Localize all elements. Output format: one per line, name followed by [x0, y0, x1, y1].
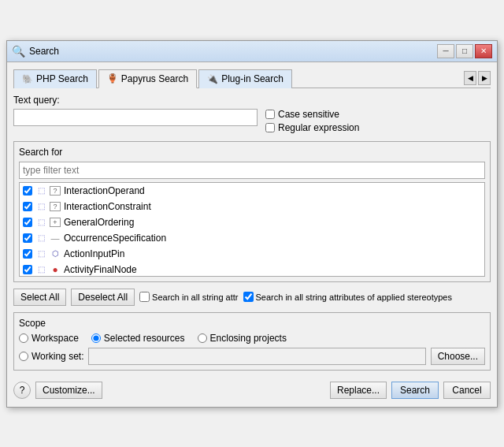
list-item: ⬚ ⬡ ActionInputPin [20, 246, 484, 262]
working-set-input[interactable] [88, 348, 425, 365]
case-sensitive-label: Case sensitive [278, 109, 339, 120]
item-icon-4: ⬚ [35, 249, 46, 258]
search-string-attr-stereo-label: Search in all string attributes of appli… [256, 292, 452, 302]
enclosing-projects-label: Enclosing projects [210, 333, 287, 344]
search-string-attr-checkbox[interactable] [139, 292, 150, 302]
search-string-attr-stereo-option[interactable]: Search in all string attributes of appli… [243, 292, 452, 302]
item-type-icon-1: ? [50, 202, 61, 211]
search-button[interactable]: Search [391, 382, 439, 399]
maximize-button[interactable]: □ [456, 44, 473, 58]
regex-checkbox[interactable] [265, 123, 275, 132]
plugin-tab-label: Plug-in Search [221, 73, 284, 84]
item-label-4: ActionInputPin [64, 248, 124, 259]
text-query-row: Case sensitive Regular expression [13, 109, 491, 133]
bottom-right: Replace... Search Cancel [330, 382, 491, 399]
window-title: Search [29, 46, 59, 57]
item-type-icon-3: — [50, 233, 61, 243]
item-label-5: ActivityFinalNode [64, 264, 137, 275]
tabs-container: 🐘 PHP Search 🏺 Papyrus Search 🔌 Plug-in … [13, 69, 294, 88]
scope-radio-row: Workspace Selected resources Enclosing p… [19, 333, 485, 344]
working-set-row: Working set: Choose... [19, 348, 485, 365]
title-controls: ─ □ ✕ [437, 44, 492, 58]
workspace-label: Workspace [32, 333, 79, 344]
selected-resources-option[interactable]: Selected resources [91, 333, 185, 344]
item-type-icon-0: ? [50, 186, 61, 196]
items-list[interactable]: ⬚ ? InteractionOperand ⬚ ? InteractionCo… [19, 182, 485, 277]
tab-plugin[interactable]: 🔌 Plug-in Search [198, 69, 292, 88]
enclosing-projects-radio[interactable] [198, 333, 207, 343]
item-checkbox-2[interactable] [23, 218, 32, 227]
deselect-all-button[interactable]: Deselect All [71, 289, 135, 306]
tab-next-button[interactable]: ▶ [478, 71, 491, 85]
close-button[interactable]: ✕ [475, 44, 492, 58]
php-tab-label: PHP Search [36, 73, 88, 84]
item-icon-5: ⬚ [35, 265, 46, 274]
text-query-section: Text query: Case sensitive Regular expre… [13, 95, 491, 133]
item-label-0: InteractionOperand [64, 185, 145, 196]
selected-resources-label: Selected resources [104, 333, 185, 344]
case-sensitive-option[interactable]: Case sensitive [265, 109, 359, 120]
search-string-attr-option[interactable]: Search in all string attr [139, 292, 238, 302]
item-label-1: InteractionConstraint [64, 201, 151, 212]
tab-prev-button[interactable]: ◀ [464, 71, 476, 85]
plugin-tab-icon: 🔌 [207, 74, 218, 84]
item-type-icon-2: + [50, 218, 61, 227]
item-icon-3: ⬚ [35, 233, 46, 242]
regex-option[interactable]: Regular expression [265, 122, 359, 133]
item-type-icon-4: ⬡ [50, 249, 61, 258]
action-buttons-row: Select All Deselect All Search in all st… [13, 289, 491, 306]
select-all-button[interactable]: Select All [13, 289, 66, 306]
working-set-radio[interactable] [19, 352, 28, 361]
item-type-icon-5: ● [50, 264, 61, 275]
tab-php[interactable]: 🐘 PHP Search [13, 69, 97, 88]
text-query-input[interactable] [13, 109, 258, 126]
customize-button[interactable]: Customize... [35, 382, 102, 399]
tab-navigation: ◀ ▶ [464, 71, 491, 85]
regex-label: Regular expression [278, 122, 359, 133]
item-checkbox-1[interactable] [23, 202, 32, 211]
options-checkboxes: Case sensitive Regular expression [265, 109, 359, 133]
minimize-button[interactable]: ─ [437, 44, 454, 58]
search-string-attr-label: Search in all string attr [152, 292, 238, 302]
item-icon-2: ⬚ [35, 218, 46, 226]
list-item: ⬚ — OccurrenceSpecification [20, 230, 484, 246]
tab-bar: 🐘 PHP Search 🏺 Papyrus Search 🔌 Plug-in … [13, 69, 491, 88]
bottom-left: ? Customize... [13, 382, 102, 399]
scope-title: Scope [19, 318, 485, 329]
item-checkbox-0[interactable] [23, 186, 32, 196]
cancel-button[interactable]: Cancel [443, 382, 491, 399]
search-string-attr-stereo-checkbox[interactable] [243, 292, 254, 302]
help-button[interactable]: ? [13, 382, 31, 399]
item-checkbox-5[interactable] [23, 265, 32, 274]
item-label-3: OccurrenceSpecification [64, 233, 166, 244]
item-label-2: GeneralOrdering [64, 217, 134, 228]
title-bar-left: 🔍 Search [12, 45, 59, 58]
window-content: 🐘 PHP Search 🏺 Papyrus Search 🔌 Plug-in … [7, 62, 497, 407]
text-query-label: Text query: [13, 95, 491, 106]
item-checkbox-4[interactable] [23, 249, 32, 259]
replace-button[interactable]: Replace... [330, 382, 387, 399]
window-icon: 🔍 [12, 45, 25, 58]
bottom-bar: ? Customize... Replace... Search Cancel [13, 378, 491, 400]
scope-section: Scope Workspace Selected resources Enclo… [13, 312, 491, 371]
choose-button[interactable]: Choose... [431, 348, 485, 365]
filter-input[interactable] [19, 162, 485, 179]
item-icon-0: ⬚ [35, 186, 46, 195]
list-item: ⬚ ● ActivityFinalNode [20, 262, 484, 277]
tab-papyrus[interactable]: 🏺 Papyrus Search [98, 69, 197, 88]
list-item: ⬚ ? InteractionOperand [20, 183, 484, 199]
list-item: ⬚ + GeneralOrdering [20, 214, 484, 230]
item-icon-1: ⬚ [35, 202, 46, 210]
papyrus-tab-icon: 🏺 [107, 73, 118, 84]
search-for-section: Search for ⬚ ? InteractionOperand ⬚ ? In… [13, 141, 491, 282]
case-sensitive-checkbox[interactable] [265, 110, 275, 119]
search-for-title: Search for [19, 147, 485, 158]
enclosing-projects-option[interactable]: Enclosing projects [198, 333, 287, 344]
workspace-radio[interactable] [19, 333, 28, 343]
title-bar: 🔍 Search ─ □ ✕ [7, 41, 497, 62]
search-window: 🔍 Search ─ □ ✕ 🐘 PHP Search 🏺 Papyrus Se… [6, 40, 498, 408]
item-checkbox-3[interactable] [23, 233, 32, 243]
working-set-option[interactable]: Working set: [19, 351, 83, 362]
workspace-option[interactable]: Workspace [19, 333, 79, 344]
selected-resources-radio[interactable] [91, 333, 101, 343]
